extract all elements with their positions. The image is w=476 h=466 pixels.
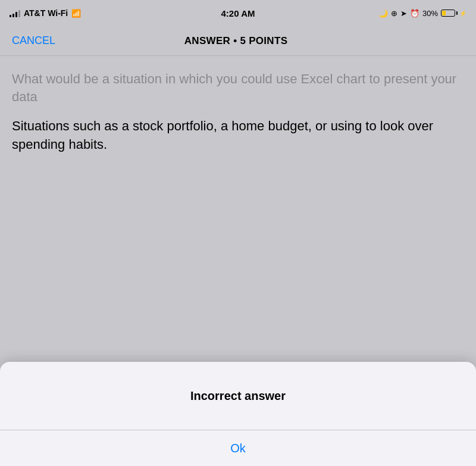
status-left: AT&T Wi-Fi 📶 — [10, 8, 81, 18]
signal-bars-icon — [10, 9, 20, 17]
battery-body — [441, 10, 455, 17]
moon-icon: 🌙 — [378, 9, 388, 18]
question-text: What would be a situation in which you c… — [12, 70, 464, 105]
alarm-icon: ⏰ — [410, 9, 419, 18]
status-right: 🌙 ⊕ ➤ ⏰ 30% ⚡ — [378, 9, 466, 18]
battery-tip — [456, 11, 458, 15]
status-time: 4:20 AM — [221, 8, 255, 18]
modal-button-area: Ok — [0, 430, 476, 466]
main-content: What would be a situation in which you c… — [0, 56, 476, 294]
status-bar: AT&T Wi-Fi 📶 4:20 AM 🌙 ⊕ ➤ ⏰ 30% ⚡ — [0, 0, 476, 26]
nav-title: ANSWER • 5 POINTS — [184, 35, 288, 47]
modal-sheet: Incorrect answer Ok — [0, 362, 476, 466]
modal-title: Incorrect answer — [190, 389, 286, 403]
battery-percent-label: 30% — [422, 9, 438, 18]
location-icon: ⊕ — [391, 9, 397, 18]
charging-icon: ⚡ — [459, 10, 466, 17]
answer-text: Situations such as a stock portfolio, a … — [12, 117, 464, 154]
modal-title-area: Incorrect answer — [0, 362, 476, 430]
wifi-icon: 📶 — [71, 9, 81, 18]
nav-bar: CANCEL ANSWER • 5 POINTS — [0, 26, 476, 56]
gps-icon: ➤ — [400, 9, 407, 18]
battery-indicator: ⚡ — [441, 10, 466, 17]
modal-ok-button[interactable]: Ok — [206, 436, 270, 461]
carrier-label: AT&T Wi-Fi — [24, 8, 68, 18]
battery-fill — [442, 11, 446, 15]
cancel-button[interactable]: CANCEL — [12, 32, 55, 49]
